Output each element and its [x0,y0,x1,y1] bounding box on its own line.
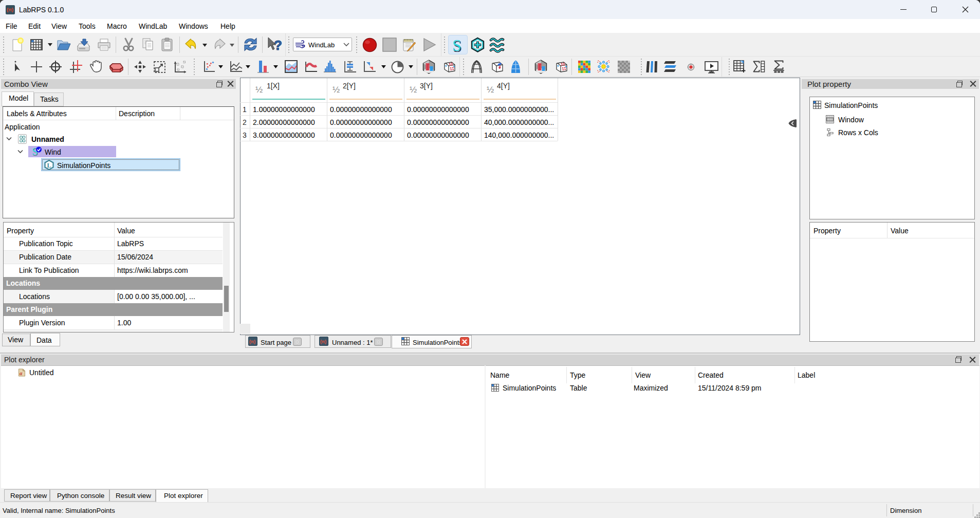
svg-text:α: α [20,371,23,376]
svg-text:L: L [47,162,51,169]
svg-text:?: ? [274,38,282,53]
